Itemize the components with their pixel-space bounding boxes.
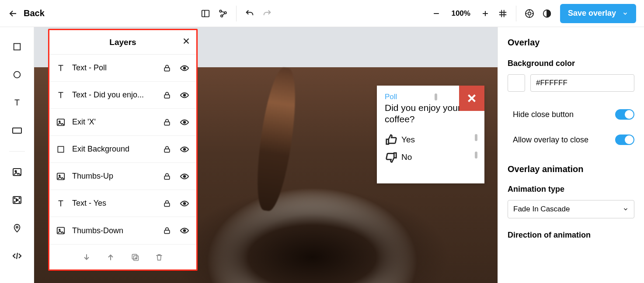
overlay-option-no[interactable]: No bbox=[385, 151, 477, 164]
layers-footer bbox=[49, 244, 196, 269]
zoom-in-button[interactable] bbox=[477, 5, 494, 22]
tool-code[interactable] bbox=[10, 248, 24, 263]
animation-type-select[interactable]: Fade In Cascade bbox=[508, 200, 634, 218]
tool-rectangle[interactable] bbox=[10, 39, 24, 54]
layer-visibility-button[interactable] bbox=[179, 172, 190, 181]
chevron-down-icon bbox=[622, 10, 628, 17]
resize-handle-icon[interactable] bbox=[475, 134, 477, 141]
resize-handle-icon[interactable] bbox=[435, 93, 437, 100]
layer-visibility-button[interactable] bbox=[179, 90, 190, 100]
layer-delete-button[interactable] bbox=[155, 253, 164, 262]
layer-type-icon bbox=[56, 199, 66, 208]
layer-type-icon bbox=[56, 226, 66, 235]
tool-video[interactable] bbox=[10, 193, 24, 207]
layer-duplicate-button[interactable] bbox=[131, 253, 139, 262]
layers-panel: Layers Text - PollText - Did you enjo...… bbox=[48, 29, 198, 271]
layer-move-down-button[interactable] bbox=[82, 253, 91, 262]
chevron-down-icon bbox=[623, 206, 629, 212]
animation-type-value: Fade In Cascade bbox=[513, 205, 570, 214]
thumbs-up-icon bbox=[385, 133, 398, 146]
layer-visibility-button[interactable] bbox=[179, 145, 190, 154]
svg-point-30 bbox=[59, 175, 60, 176]
contrast-icon-button[interactable] bbox=[538, 5, 556, 22]
layer-lock-button[interactable] bbox=[161, 64, 173, 72]
svg-point-23 bbox=[59, 121, 60, 122]
layer-visibility-button[interactable] bbox=[179, 226, 190, 235]
panel-heading-overlay: Overlay bbox=[508, 38, 634, 48]
layer-row[interactable]: Exit 'X' bbox=[49, 109, 196, 136]
svg-point-36 bbox=[59, 229, 60, 231]
layer-row[interactable]: Thumbs-Up bbox=[49, 163, 196, 190]
layer-lock-button[interactable] bbox=[161, 172, 173, 181]
help-icon-button[interactable] bbox=[521, 5, 538, 22]
layer-row[interactable]: Exit Background bbox=[49, 136, 196, 163]
tool-image[interactable] bbox=[10, 165, 24, 179]
layer-label: Text - Poll bbox=[72, 63, 155, 72]
resize-handle-icon[interactable] bbox=[475, 152, 477, 159]
tool-button[interactable] bbox=[10, 123, 24, 138]
svg-rect-9 bbox=[13, 128, 21, 133]
layer-lock-button[interactable] bbox=[161, 145, 173, 154]
layer-visibility-button[interactable] bbox=[179, 63, 190, 73]
share-icon-button[interactable] bbox=[214, 5, 232, 22]
grid-toggle-button[interactable] bbox=[494, 5, 512, 22]
layer-visibility-button[interactable] bbox=[179, 199, 190, 208]
layer-lock-button[interactable] bbox=[161, 91, 173, 100]
layer-type-icon bbox=[56, 172, 66, 181]
overlay-preview-card[interactable]: Poll Did you enjoy your coffee? Yes No bbox=[377, 86, 484, 183]
hide-close-toggle[interactable] bbox=[615, 109, 634, 120]
canvas[interactable]: Layers Text - PollText - Did you enjo...… bbox=[34, 27, 498, 283]
back-button[interactable]: Back bbox=[8, 8, 45, 19]
svg-point-13 bbox=[14, 198, 15, 199]
tool-circle[interactable] bbox=[10, 67, 24, 82]
layer-label: Text - Did you enjo... bbox=[72, 90, 155, 100]
back-label: Back bbox=[24, 8, 45, 18]
overlay-yes-label: Yes bbox=[401, 135, 415, 145]
layer-label: Thumbs-Down bbox=[72, 226, 155, 235]
layer-row[interactable]: Thumbs-Down bbox=[49, 217, 196, 244]
direction-label: Direction of animation bbox=[508, 231, 634, 240]
svg-point-2 bbox=[224, 11, 226, 14]
allow-close-toggle[interactable] bbox=[615, 135, 634, 145]
svg-rect-27 bbox=[164, 149, 170, 152]
svg-rect-20 bbox=[164, 95, 170, 98]
save-overlay-button[interactable]: Save overlay bbox=[560, 4, 636, 23]
undo-button[interactable] bbox=[241, 5, 258, 22]
layer-label: Text - Yes bbox=[72, 199, 155, 208]
svg-point-16 bbox=[19, 202, 20, 203]
layer-lock-button[interactable] bbox=[161, 118, 173, 127]
left-tool-rail bbox=[0, 27, 34, 283]
layer-label: Exit Background bbox=[72, 145, 155, 154]
layer-row[interactable]: Text - Yes bbox=[49, 190, 196, 217]
svg-point-1 bbox=[219, 10, 222, 12]
panels-toggle-button[interactable] bbox=[197, 5, 214, 22]
svg-rect-7 bbox=[14, 44, 20, 50]
redo-button[interactable] bbox=[258, 5, 276, 22]
background-color-input[interactable] bbox=[530, 74, 634, 92]
svg-rect-31 bbox=[164, 176, 170, 179]
svg-point-14 bbox=[19, 198, 20, 199]
top-bar: Back 100% Save overlay bbox=[0, 0, 644, 27]
overlay-close-button[interactable] bbox=[459, 86, 484, 111]
layer-visibility-button[interactable] bbox=[179, 117, 190, 127]
layer-label: Thumbs-Up bbox=[72, 172, 155, 181]
layer-move-up-button[interactable] bbox=[106, 253, 115, 262]
overlay-no-label: No bbox=[401, 152, 412, 162]
layer-type-icon bbox=[56, 90, 66, 100]
overlay-poll-label: Poll bbox=[385, 93, 397, 101]
svg-point-17 bbox=[16, 226, 17, 228]
svg-point-15 bbox=[14, 202, 15, 203]
svg-rect-18 bbox=[164, 68, 170, 71]
zoom-out-button[interactable] bbox=[428, 5, 445, 22]
overlay-option-yes[interactable]: Yes bbox=[385, 133, 477, 146]
tool-text[interactable] bbox=[10, 95, 24, 110]
layers-close-button[interactable] bbox=[181, 36, 191, 46]
layer-row[interactable]: Text - Poll bbox=[49, 55, 196, 82]
layer-lock-button[interactable] bbox=[161, 199, 173, 208]
svg-point-19 bbox=[184, 67, 186, 69]
layer-lock-button[interactable] bbox=[161, 226, 173, 235]
background-color-swatch[interactable] bbox=[508, 74, 525, 92]
tool-location[interactable] bbox=[10, 221, 24, 235]
layer-row[interactable]: Text - Did you enjo... bbox=[49, 82, 196, 109]
layer-label: Exit 'X' bbox=[72, 117, 155, 127]
